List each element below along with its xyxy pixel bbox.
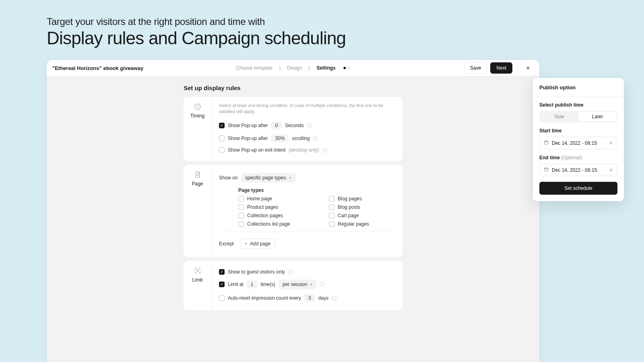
page-type-label: Home page — [247, 196, 272, 202]
info-icon[interactable]: i — [313, 136, 318, 141]
hero-subtitle: Target your visitors at the right positi… — [47, 16, 597, 27]
checkbox-show-after-scroll[interactable] — [219, 136, 225, 141]
svg-rect-2 — [545, 141, 548, 144]
publish-title: Publish option — [539, 84, 617, 90]
checkbox-guest-only[interactable]: ✓ — [219, 269, 225, 275]
page-type-select[interactable]: specific page types ▾ — [241, 173, 295, 183]
step-dots — [344, 67, 350, 69]
clock-icon — [194, 103, 202, 111]
crumb-settings[interactable]: Settings — [316, 65, 335, 71]
checkbox-show-after-seconds[interactable]: ✓ — [219, 123, 225, 128]
save-button[interactable]: Save — [464, 62, 487, 74]
except-label: Except — [219, 241, 234, 247]
checkbox-blog-posts[interactable] — [329, 204, 334, 210]
calendar-icon — [544, 140, 549, 146]
start-time-label: Start time — [539, 128, 617, 134]
limit-label: Limit — [192, 277, 202, 283]
crumb-choose-template[interactable]: Choose template — [236, 65, 272, 71]
info-icon[interactable]: i — [322, 148, 327, 152]
doc-title: "Ethereal Horizons" ebook giveaway — [52, 65, 143, 71]
svg-point-1 — [197, 270, 198, 272]
chevron-down-icon: ▾ — [289, 176, 291, 180]
scroll-unit: scrolling — [292, 136, 310, 141]
limit-count-input[interactable]: 1 — [247, 280, 258, 288]
page-type-label: Product pages — [247, 204, 278, 210]
show-on-label: Show on — [219, 175, 238, 181]
checkbox-auto-reset[interactable] — [219, 295, 225, 301]
page-type-label: Regular pages — [338, 221, 369, 227]
limit-card: Limit ✓ Show to guest visitors only i ✓ … — [184, 261, 402, 310]
seconds-unit: Seconds — [285, 123, 304, 128]
divider — [219, 232, 395, 232]
calendar-icon — [544, 167, 549, 173]
page-title: Set up display rules — [184, 84, 539, 91]
next-button[interactable]: Next — [490, 62, 512, 74]
checkbox-home-page[interactable] — [238, 196, 244, 202]
show-scroll-label: Show Pop-up after — [228, 136, 268, 141]
checkbox-exit-intent[interactable] — [219, 147, 225, 153]
seconds-input[interactable]: 0 — [271, 121, 282, 130]
plus-icon: + — [245, 241, 248, 247]
exit-hint: (desktop only) — [289, 147, 319, 153]
page-types-heading: Page types — [238, 187, 395, 193]
page-card: Page Show on specific page types ▾ Page … — [184, 165, 402, 257]
publish-later-option[interactable]: Later — [578, 112, 617, 121]
hero-title: Display rules and Campaign scheduling — [47, 28, 597, 48]
chevron-right-icon: ❯ — [278, 66, 281, 70]
select-publish-time-label: Select publish time — [539, 102, 617, 108]
end-time-input[interactable]: Dec 14, 2022 - 08:15 ✕ — [539, 164, 617, 176]
timing-card: Timing Select at least one timing condit… — [184, 97, 402, 161]
add-page-button[interactable]: + Add page — [240, 239, 275, 249]
topbar: "Ethereal Horizons" ebook giveaway Choos… — [47, 60, 539, 76]
limit-at-label: Limit at — [228, 282, 244, 287]
reset-days-input[interactable]: 3 — [304, 294, 315, 302]
clear-icon[interactable]: ✕ — [609, 140, 613, 146]
timing-desc: Select at least one timing condition. In… — [219, 103, 395, 115]
checkbox-collection-pages[interactable] — [238, 213, 244, 218]
app-window: "Ethereal Horizons" ebook giveaway Choos… — [47, 60, 539, 362]
page-icon — [194, 171, 202, 179]
target-icon — [194, 267, 202, 275]
checkbox-regular-pages[interactable] — [329, 221, 334, 227]
divider — [517, 62, 518, 74]
scroll-input[interactable]: 30% — [271, 134, 289, 142]
chevron-down-icon: ▾ — [310, 282, 312, 286]
set-schedule-button[interactable]: Set schedule — [539, 182, 617, 195]
info-icon[interactable]: i — [320, 282, 324, 287]
page-type-label: Blog posts — [338, 204, 360, 210]
breadcrumb: Choose template ❯ Design ❯ Settings — [236, 65, 350, 71]
per-session-select[interactable]: per session ▾ — [279, 280, 316, 289]
page-type-label: Collection pages — [247, 213, 283, 218]
end-time-value: Dec 14, 2022 - 08:15 — [552, 167, 597, 173]
publish-now-option[interactable]: Now — [540, 112, 578, 121]
guest-label: Show to guest visitors only — [228, 269, 285, 275]
page-type-label: Collections list page — [247, 221, 290, 227]
clear-icon[interactable]: ✕ — [609, 167, 613, 173]
timing-label: Timing — [190, 113, 205, 119]
reset-unit: days — [318, 295, 328, 301]
limit-unit: time(s) — [260, 282, 275, 287]
start-time-input[interactable]: Dec 14, 2022 - 08:15 ✕ — [539, 137, 617, 149]
info-icon[interactable]: i — [288, 269, 293, 274]
info-icon[interactable]: i — [307, 123, 312, 128]
page-type-label: Cart page — [338, 213, 359, 218]
checkbox-blog-pages[interactable] — [329, 196, 334, 202]
chevron-right-icon: ❯ — [308, 66, 311, 70]
info-icon[interactable]: i — [332, 296, 336, 300]
publish-popover: Publish option Select publish time Now L… — [533, 78, 624, 201]
start-time-value: Dec 14, 2022 - 08:15 — [552, 140, 597, 146]
reset-label: Auto-reset impression count every — [228, 295, 301, 301]
svg-rect-3 — [545, 168, 548, 171]
crumb-design[interactable]: Design — [287, 65, 302, 71]
divider — [533, 96, 624, 97]
page-type-label: Blog pages — [338, 196, 362, 202]
page-label: Page — [192, 181, 203, 187]
checkbox-collections-list[interactable] — [238, 221, 244, 227]
close-icon[interactable]: ✕ — [522, 62, 534, 74]
show-after-label: Show Pop-up after — [228, 123, 268, 128]
end-time-label: End time (Optional) — [539, 155, 617, 160]
checkbox-product-pages[interactable] — [238, 204, 244, 210]
exit-label: Show Pop-up on exit intent — [228, 147, 285, 153]
checkbox-limit-at[interactable]: ✓ — [219, 282, 225, 287]
checkbox-cart-page[interactable] — [329, 213, 334, 218]
